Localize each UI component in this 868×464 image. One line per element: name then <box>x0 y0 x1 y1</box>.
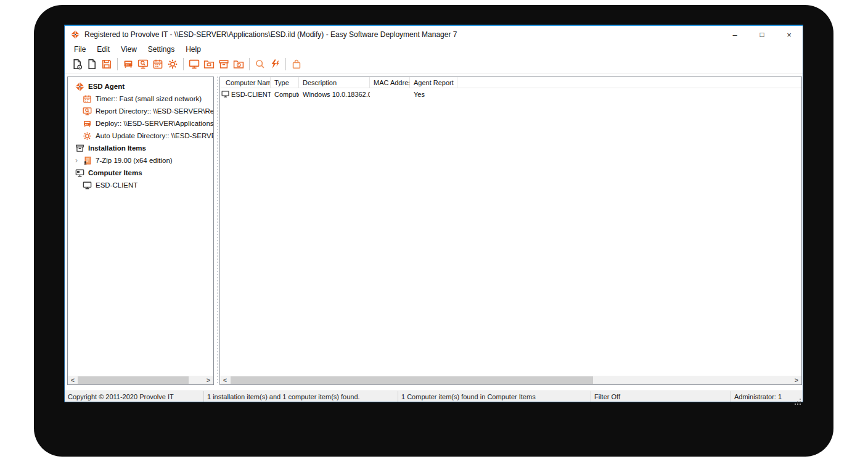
toolbar-separator <box>183 58 184 70</box>
column-header-type[interactable]: Type <box>271 77 299 88</box>
computer-name-value: ESD-CLIENT <box>231 91 271 98</box>
computer-items-icon <box>75 168 85 178</box>
toolbar-separator <box>285 58 286 70</box>
title-bar: Registered to Provolve IT - \\ESD-SERVER… <box>65 26 803 43</box>
report-monitor-icon <box>82 106 92 117</box>
deploy-server-icon <box>122 58 134 70</box>
tree-item-esd-client[interactable]: ESD-CLIENT <box>68 179 213 191</box>
status-items-found: 1 installation item(s) and 1 computer it… <box>204 391 398 402</box>
tree-item-7zip[interactable]: › 7-Zip 19.00 (x64 edition) <box>68 154 213 167</box>
panel-splitter[interactable] <box>216 77 219 385</box>
add-installation-item-button[interactable] <box>216 57 231 72</box>
cell-computer-name: ESD-CLIENT <box>220 89 271 99</box>
menu-edit[interactable]: Edit <box>91 44 115 54</box>
report-monitor-icon <box>137 58 149 70</box>
menu-settings[interactable]: Settings <box>142 44 180 54</box>
tree-item-computer-items[interactable]: Computer Items <box>68 167 213 179</box>
search-button[interactable] <box>253 57 268 72</box>
timer-button[interactable] <box>150 57 165 72</box>
list-panel: Computer Name Type Description MAC Addre… <box>219 77 802 385</box>
status-filter: Filter Off <box>591 391 731 402</box>
tree-label: 7-Zip 19.00 (x64 edition) <box>96 157 173 164</box>
refresh-button[interactable] <box>268 57 282 72</box>
timer-calendar-icon <box>152 58 164 70</box>
status-computer-items-found: 1 Computer item(s) found in Computer Ite… <box>398 391 591 402</box>
tree-item-report-directory[interactable]: Report Directory:: \\ESD-SERVER\Reports <box>68 105 213 117</box>
scroll-left-arrow-icon[interactable]: < <box>220 376 230 384</box>
maximize-button[interactable]: □ <box>748 26 776 43</box>
tree-panel: ESD Agent Timer:: Fast (small sized netw… <box>67 77 214 385</box>
cell-description: Windows 10.0.18362.0 <box>299 91 370 98</box>
status-bar: Copyright © 2011-2020 Provolve IT 1 inst… <box>65 391 803 402</box>
tree-label: ESD-CLIENT <box>96 181 137 189</box>
menu-view[interactable]: View <box>115 44 142 54</box>
deploy-button[interactable] <box>121 57 136 72</box>
tree-item-installation-items[interactable]: Installation Items <box>68 142 213 154</box>
column-header-description[interactable]: Description <box>299 77 370 88</box>
cell-agent-report: Yes <box>410 91 457 98</box>
folder-clock-icon <box>232 58 245 70</box>
app-window: Registered to Provolve IT - \\ESD-SERVER… <box>64 25 803 402</box>
window-controls: – □ × <box>721 26 803 43</box>
close-button[interactable]: × <box>776 26 803 43</box>
auto-update-gear-icon <box>82 131 92 141</box>
tree-label: Installation Items <box>88 144 146 152</box>
toolbar-separator <box>249 58 250 70</box>
tree-item-timer[interactable]: Timer:: Fast (small sized network) <box>68 93 213 105</box>
package-icon <box>82 155 92 166</box>
tree-item-auto-update-directory[interactable]: Auto Update Directory:: \\ESD-SERVER\App <box>68 130 213 142</box>
expand-chevron-icon[interactable]: › <box>72 156 81 165</box>
resize-grip[interactable] <box>800 399 801 400</box>
tree-label: Auto Update Directory:: \\ESD-SERVER\App <box>96 132 213 139</box>
column-header-mac-address[interactable]: MAC Address <box>370 77 410 88</box>
search-icon <box>254 58 266 70</box>
minimize-button[interactable]: – <box>721 26 748 43</box>
open-file-icon <box>71 58 83 70</box>
archive-box-icon <box>75 143 85 154</box>
tree: ESD Agent Timer:: Fast (small sized netw… <box>68 77 213 191</box>
timer-calendar-icon <box>82 94 92 104</box>
app-logo-diamond-icon <box>70 30 80 39</box>
tree-label: Deploy:: \\ESD-SERVER\Applications\ESD.i <box>96 120 213 127</box>
scroll-left-arrow-icon[interactable]: < <box>68 376 78 384</box>
scrollbar-thumb[interactable] <box>231 376 593 384</box>
tree-item-esd-agent[interactable]: ESD Agent <box>68 80 213 93</box>
tree-label: Report Directory:: \\ESD-SERVER\Reports <box>96 107 213 115</box>
computer-icon <box>188 58 200 70</box>
deploy-server-icon <box>82 118 92 129</box>
auto-update-button[interactable] <box>165 57 180 72</box>
auto-update-gear-icon <box>166 58 179 70</box>
new-file-icon <box>86 58 98 70</box>
tree-label: Timer:: Fast (small sized network) <box>96 95 202 102</box>
table-row[interactable]: ESD-CLIENT Computer Windows 10.0.18362.0… <box>220 88 801 100</box>
deploy-bag-button[interactable] <box>289 57 304 72</box>
save-button[interactable] <box>99 57 114 72</box>
report-directory-button[interactable] <box>136 57 150 72</box>
open-file-button[interactable] <box>70 57 84 72</box>
tree-item-deploy[interactable]: Deploy:: \\ESD-SERVER\Applications\ESD.i <box>68 117 213 130</box>
scrollbar-thumb[interactable] <box>78 376 189 384</box>
cell-type: Computer <box>271 91 299 98</box>
installation-group-button[interactable] <box>231 57 246 72</box>
monitor-icon <box>82 180 92 191</box>
save-icon <box>100 58 113 70</box>
add-computer-button[interactable] <box>187 57 202 72</box>
monitor-icon <box>221 89 230 99</box>
archive-box-icon <box>218 58 230 70</box>
new-file-button[interactable] <box>84 57 99 72</box>
column-header-computer-name[interactable]: Computer Name <box>220 77 271 88</box>
toolbar-separator <box>117 58 118 70</box>
screenshot-stage: Registered to Provolve IT - \\ESD-SERVER… <box>0 0 868 464</box>
scroll-right-arrow-icon[interactable]: > <box>792 376 801 384</box>
list-header: Computer Name Type Description MAC Addre… <box>220 77 801 88</box>
tree-horizontal-scrollbar[interactable]: < > <box>68 376 213 384</box>
menu-help[interactable]: Help <box>180 44 207 54</box>
window-title: Registered to Provolve IT - \\ESD-SERVER… <box>84 30 457 39</box>
scroll-right-arrow-icon[interactable]: > <box>203 376 213 384</box>
toolbar <box>65 55 803 74</box>
column-header-agent-report[interactable]: Agent Report <box>410 77 457 88</box>
menu-file[interactable]: File <box>68 44 91 54</box>
esd-diamond-icon <box>75 81 85 92</box>
computer-group-button[interactable] <box>202 57 216 72</box>
list-horizontal-scrollbar[interactable]: < > <box>220 376 801 384</box>
